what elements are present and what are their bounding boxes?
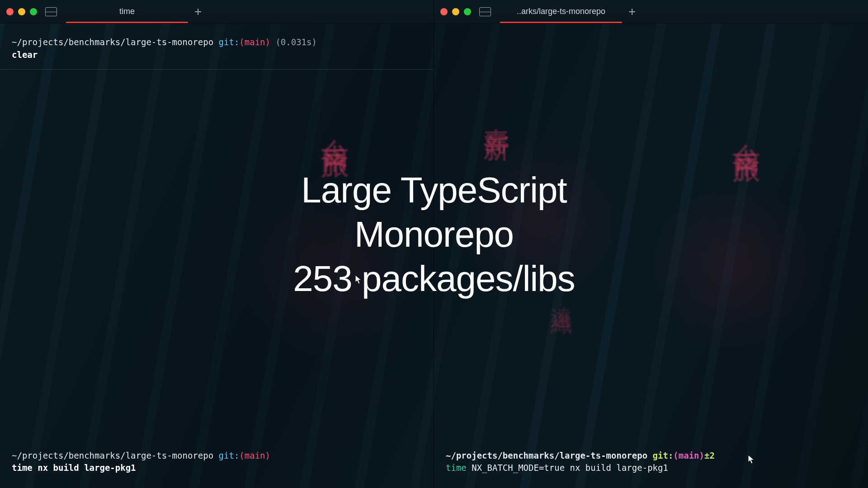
tab-title: ..arks/large-ts-monorepo bbox=[517, 7, 605, 16]
prompt-path: ~/projects/benchmarks/large-ts-monorepo bbox=[12, 37, 213, 47]
terminal-bottom-block: ~/projects/benchmarks/large-ts-monorepo … bbox=[446, 450, 856, 474]
git-branch: (main) bbox=[239, 37, 270, 47]
prompt-timing: (0.031s) bbox=[270, 37, 317, 47]
command-text: nx build large-pkg1 bbox=[38, 463, 136, 473]
minimize-icon[interactable] bbox=[18, 8, 25, 15]
zoom-icon[interactable] bbox=[30, 8, 37, 15]
command-text: NX_BATCH_MODE=true nx build large-pkg1 bbox=[472, 463, 668, 473]
command-time: time bbox=[12, 463, 38, 473]
prompt-line: ~/projects/benchmarks/large-ts-monorepo … bbox=[12, 450, 422, 462]
git-branch: (main) bbox=[673, 450, 704, 460]
git-label: git: bbox=[647, 450, 673, 460]
tab-title: time bbox=[119, 7, 135, 16]
window-controls bbox=[6, 8, 37, 15]
split-pane-icon[interactable] bbox=[479, 7, 491, 16]
git-label: git: bbox=[213, 450, 239, 460]
prompt-line: ~/projects/benchmarks/large-ts-monorepo … bbox=[446, 450, 856, 462]
tab-bar: ..arks/large-ts-monorepo + bbox=[434, 0, 868, 23]
tab-active[interactable]: ..arks/large-ts-monorepo bbox=[500, 0, 622, 23]
prompt-path: ~/projects/benchmarks/large-ts-monorepo bbox=[446, 450, 647, 460]
close-icon[interactable] bbox=[6, 8, 14, 15]
close-icon[interactable] bbox=[440, 8, 448, 15]
new-tab-button[interactable]: + bbox=[188, 5, 208, 19]
command-time: time bbox=[446, 463, 472, 473]
tab-active[interactable]: time bbox=[66, 0, 188, 23]
minimize-icon[interactable] bbox=[452, 8, 459, 15]
terminal-bottom-block: ~/projects/benchmarks/large-ts-monorepo … bbox=[12, 450, 422, 474]
zoom-icon[interactable] bbox=[464, 8, 471, 15]
command-text: clear bbox=[12, 50, 38, 60]
pane-divider bbox=[0, 69, 434, 70]
command-line: time nx build large-pkg1 bbox=[12, 462, 422, 474]
slide-title: Large TypeScript Monorepo 253 packages/l… bbox=[293, 168, 575, 300]
git-dirty: ±2 bbox=[704, 450, 715, 460]
prompt-line: ~/projects/benchmarks/large-ts-monorepo … bbox=[12, 36, 422, 49]
prompt-path: ~/projects/benchmarks/large-ts-monorepo bbox=[12, 450, 213, 460]
git-branch: (main) bbox=[239, 450, 270, 460]
command-line: time NX_BATCH_MODE=true nx build large-p… bbox=[446, 462, 856, 474]
git-label: git: bbox=[213, 37, 239, 47]
new-tab-button[interactable]: + bbox=[622, 5, 642, 19]
tab-bar: time + bbox=[0, 0, 434, 23]
split-pane-icon[interactable] bbox=[45, 7, 57, 16]
window-controls bbox=[440, 8, 471, 15]
command-line: clear bbox=[12, 49, 422, 61]
